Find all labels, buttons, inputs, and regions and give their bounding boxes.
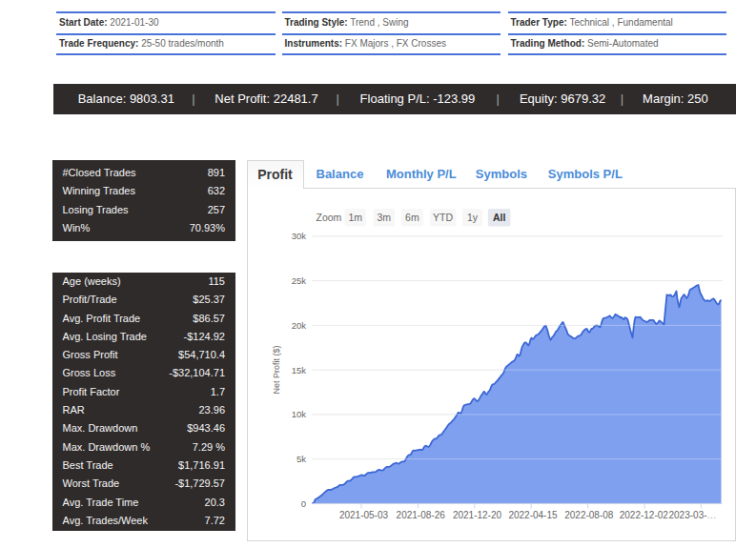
svg-text:10k: 10k [291, 409, 306, 419]
svg-text:Zoom: Zoom [316, 212, 341, 223]
svg-text:20k: 20k [291, 320, 306, 331]
svg-text:0: 0 [300, 498, 305, 509]
svg-text:2023-03-…: 2023-03-… [668, 510, 716, 520]
svg-text:1m: 1m [348, 212, 362, 223]
svg-text:2022-12-02: 2022-12-02 [619, 510, 668, 520]
svg-text:2021-12-20: 2021-12-20 [452, 510, 501, 520]
svg-text:1y: 1y [466, 212, 478, 223]
svg-text:YTD: YTD [433, 212, 453, 223]
svg-text:6m: 6m [405, 212, 419, 223]
svg-text:2022-08-08: 2022-08-08 [564, 510, 614, 520]
svg-text:3m: 3m [377, 212, 391, 223]
svg-text:30k: 30k [291, 231, 306, 241]
svg-text:Net Profit ($): Net Profit ($) [271, 345, 280, 394]
svg-text:15k: 15k [291, 365, 306, 375]
svg-text:5k: 5k [296, 454, 305, 464]
svg-text:All: All [492, 212, 505, 223]
svg-text:2021-05-03: 2021-05-03 [338, 510, 388, 520]
svg-text:2022-04-15: 2022-04-15 [508, 510, 558, 520]
svg-text:25k: 25k [291, 275, 306, 286]
svg-text:2021-08-26: 2021-08-26 [396, 510, 445, 520]
